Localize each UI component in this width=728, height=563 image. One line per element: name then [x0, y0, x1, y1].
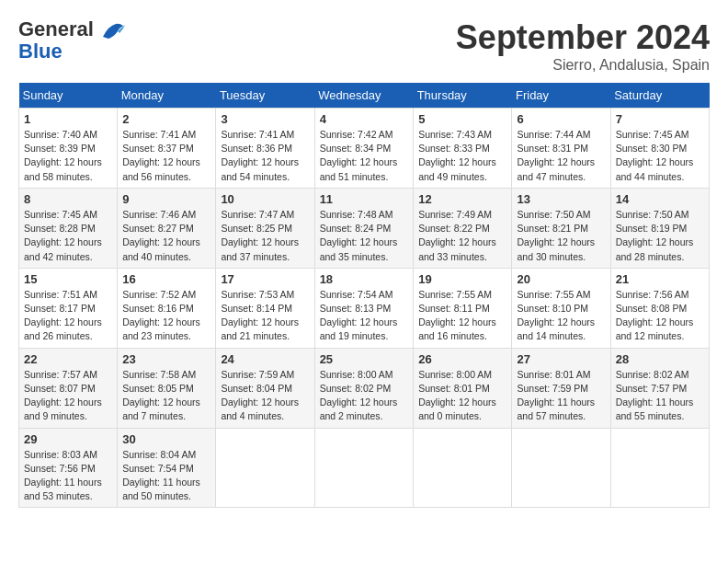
weekday-monday: Monday	[118, 83, 216, 109]
calendar-cell: 2Sunrise: 7:41 AM Sunset: 8:37 PM Daylig…	[118, 109, 216, 189]
calendar-cell: 1Sunrise: 7:40 AM Sunset: 8:39 PM Daylig…	[19, 109, 118, 189]
calendar-cell: 18Sunrise: 7:54 AM Sunset: 8:13 PM Dayli…	[314, 268, 414, 348]
calendar-cell: 24Sunrise: 7:59 AM Sunset: 8:04 PM Dayli…	[216, 348, 314, 428]
weekday-sunday: Sunday	[19, 83, 118, 109]
calendar-cell	[610, 428, 709, 508]
day-number: 4	[320, 112, 409, 126]
day-number: 17	[221, 272, 309, 286]
day-info: Sunrise: 8:00 AM Sunset: 8:02 PM Dayligh…	[320, 368, 409, 424]
day-number: 26	[418, 352, 506, 366]
day-number: 3	[221, 112, 309, 126]
week-row-5: 29Sunrise: 8:03 AM Sunset: 7:56 PM Dayli…	[19, 428, 710, 508]
day-number: 8	[24, 192, 112, 206]
calendar-cell	[414, 428, 512, 508]
day-info: Sunrise: 7:58 AM Sunset: 8:05 PM Dayligh…	[122, 368, 210, 424]
weekday-thursday: Thursday	[414, 83, 512, 109]
day-number: 6	[517, 112, 605, 126]
day-number: 24	[221, 352, 309, 366]
weekday-header-row: SundayMondayTuesdayWednesdayThursdayFrid…	[19, 83, 710, 109]
page-header: General Blue September 2024 Sierro, Anda…	[18, 18, 710, 74]
day-info: Sunrise: 7:45 AM Sunset: 8:28 PM Dayligh…	[24, 208, 112, 264]
calendar-cell: 27Sunrise: 8:01 AM Sunset: 7:59 PM Dayli…	[512, 348, 610, 428]
day-info: Sunrise: 7:41 AM Sunset: 8:36 PM Dayligh…	[221, 128, 309, 184]
calendar-cell: 9Sunrise: 7:46 AM Sunset: 8:27 PM Daylig…	[118, 188, 216, 268]
week-row-1: 1Sunrise: 7:40 AM Sunset: 8:39 PM Daylig…	[19, 109, 710, 189]
logo-line1: General	[18, 18, 127, 40]
week-row-4: 22Sunrise: 7:57 AM Sunset: 8:07 PM Dayli…	[19, 348, 710, 428]
month-title: September 2024	[456, 18, 710, 57]
day-number: 30	[122, 432, 210, 446]
day-info: Sunrise: 7:57 AM Sunset: 8:07 PM Dayligh…	[24, 368, 112, 424]
weekday-wednesday: Wednesday	[314, 83, 414, 109]
weekday-tuesday: Tuesday	[216, 83, 314, 109]
calendar-cell: 5Sunrise: 7:43 AM Sunset: 8:33 PM Daylig…	[414, 109, 512, 189]
calendar-cell: 11Sunrise: 7:48 AM Sunset: 8:24 PM Dayli…	[314, 188, 414, 268]
day-info: Sunrise: 7:59 AM Sunset: 8:04 PM Dayligh…	[221, 368, 309, 424]
day-number: 5	[418, 112, 506, 126]
calendar-table: SundayMondayTuesdayWednesdayThursdayFrid…	[18, 83, 710, 508]
logo-line2: Blue	[18, 40, 127, 63]
day-info: Sunrise: 7:54 AM Sunset: 8:13 PM Dayligh…	[320, 288, 409, 344]
day-info: Sunrise: 8:00 AM Sunset: 8:01 PM Dayligh…	[418, 368, 506, 424]
calendar-cell: 12Sunrise: 7:49 AM Sunset: 8:22 PM Dayli…	[414, 188, 512, 268]
day-info: Sunrise: 8:03 AM Sunset: 7:56 PM Dayligh…	[24, 448, 112, 504]
day-number: 12	[418, 192, 506, 206]
calendar-cell: 4Sunrise: 7:42 AM Sunset: 8:34 PM Daylig…	[314, 109, 414, 189]
location: Sierro, Andalusia, Spain	[456, 57, 710, 74]
day-info: Sunrise: 7:49 AM Sunset: 8:22 PM Dayligh…	[418, 208, 506, 264]
calendar-cell: 3Sunrise: 7:41 AM Sunset: 8:36 PM Daylig…	[216, 109, 314, 189]
day-info: Sunrise: 7:52 AM Sunset: 8:16 PM Dayligh…	[122, 288, 210, 344]
day-info: Sunrise: 7:48 AM Sunset: 8:24 PM Dayligh…	[320, 208, 409, 264]
day-info: Sunrise: 7:41 AM Sunset: 8:37 PM Dayligh…	[122, 128, 210, 184]
day-info: Sunrise: 7:56 AM Sunset: 8:08 PM Dayligh…	[616, 288, 704, 344]
day-number: 21	[616, 272, 704, 286]
day-number: 14	[616, 192, 704, 206]
day-info: Sunrise: 7:46 AM Sunset: 8:27 PM Dayligh…	[122, 208, 210, 264]
day-number: 9	[122, 192, 210, 206]
calendar-cell: 26Sunrise: 8:00 AM Sunset: 8:01 PM Dayli…	[414, 348, 512, 428]
calendar-cell: 28Sunrise: 8:02 AM Sunset: 7:57 PM Dayli…	[610, 348, 709, 428]
day-info: Sunrise: 7:44 AM Sunset: 8:31 PM Dayligh…	[517, 128, 605, 184]
weekday-friday: Friday	[512, 83, 610, 109]
day-number: 15	[24, 272, 112, 286]
day-number: 19	[418, 272, 506, 286]
calendar-cell: 25Sunrise: 8:00 AM Sunset: 8:02 PM Dayli…	[314, 348, 414, 428]
day-number: 18	[320, 272, 409, 286]
day-number: 16	[122, 272, 210, 286]
day-number: 29	[24, 432, 112, 446]
day-info: Sunrise: 7:43 AM Sunset: 8:33 PM Dayligh…	[418, 128, 506, 184]
day-info: Sunrise: 8:01 AM Sunset: 7:59 PM Dayligh…	[517, 368, 605, 424]
day-info: Sunrise: 7:47 AM Sunset: 8:25 PM Dayligh…	[221, 208, 309, 264]
calendar-cell: 7Sunrise: 7:45 AM Sunset: 8:30 PM Daylig…	[610, 109, 709, 189]
day-number: 23	[122, 352, 210, 366]
calendar-cell: 19Sunrise: 7:55 AM Sunset: 8:11 PM Dayli…	[414, 268, 512, 348]
day-info: Sunrise: 7:42 AM Sunset: 8:34 PM Dayligh…	[320, 128, 409, 184]
day-number: 25	[320, 352, 409, 366]
day-number: 13	[517, 192, 605, 206]
day-info: Sunrise: 8:02 AM Sunset: 7:57 PM Dayligh…	[616, 368, 704, 424]
day-info: Sunrise: 7:55 AM Sunset: 8:10 PM Dayligh…	[517, 288, 605, 344]
bird-icon	[101, 20, 127, 40]
week-row-3: 15Sunrise: 7:51 AM Sunset: 8:17 PM Dayli…	[19, 268, 710, 348]
title-block: September 2024 Sierro, Andalusia, Spain	[456, 18, 710, 74]
calendar-cell: 6Sunrise: 7:44 AM Sunset: 8:31 PM Daylig…	[512, 109, 610, 189]
day-info: Sunrise: 8:04 AM Sunset: 7:54 PM Dayligh…	[122, 448, 210, 504]
calendar-cell: 22Sunrise: 7:57 AM Sunset: 8:07 PM Dayli…	[19, 348, 118, 428]
day-number: 20	[517, 272, 605, 286]
calendar-cell: 20Sunrise: 7:55 AM Sunset: 8:10 PM Dayli…	[512, 268, 610, 348]
calendar-cell: 29Sunrise: 8:03 AM Sunset: 7:56 PM Dayli…	[19, 428, 118, 508]
day-number: 7	[616, 112, 704, 126]
calendar-cell: 10Sunrise: 7:47 AM Sunset: 8:25 PM Dayli…	[216, 188, 314, 268]
day-number: 1	[24, 112, 112, 126]
calendar-cell: 23Sunrise: 7:58 AM Sunset: 8:05 PM Dayli…	[118, 348, 216, 428]
day-info: Sunrise: 7:40 AM Sunset: 8:39 PM Dayligh…	[24, 128, 112, 184]
weekday-saturday: Saturday	[610, 83, 709, 109]
calendar-cell: 15Sunrise: 7:51 AM Sunset: 8:17 PM Dayli…	[19, 268, 118, 348]
logo: General Blue	[18, 18, 127, 63]
day-number: 28	[616, 352, 704, 366]
day-number: 2	[122, 112, 210, 126]
day-info: Sunrise: 7:51 AM Sunset: 8:17 PM Dayligh…	[24, 288, 112, 344]
day-number: 10	[221, 192, 309, 206]
day-number: 27	[517, 352, 605, 366]
calendar-cell: 30Sunrise: 8:04 AM Sunset: 7:54 PM Dayli…	[118, 428, 216, 508]
